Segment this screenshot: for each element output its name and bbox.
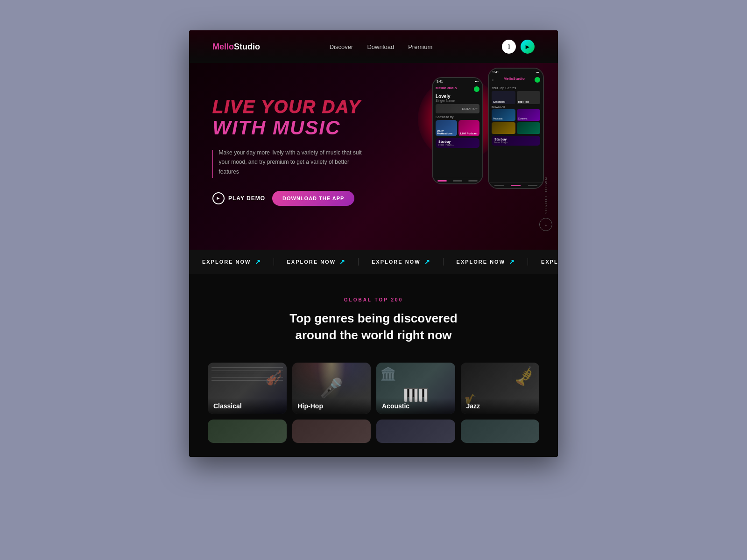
logo-studio: Studio: [234, 42, 260, 51]
genre-name-acoustic: Acoustic: [382, 402, 409, 410]
scroll-down-label: Scroll Down: [544, 176, 548, 214]
download-app-button[interactable]: DOWNLOAD THE APP: [272, 191, 354, 206]
play-demo-label: PLAY DEMO: [228, 195, 265, 202]
hero-title-bottom: WITH MUSIC: [212, 117, 362, 139]
play-demo-icon: ►: [212, 192, 225, 204]
phone-genre-classical: Classical: [492, 91, 515, 104]
explore-item-4[interactable]: EXPLORE NOW ↗: [444, 258, 529, 266]
phone-header-left: MelloStudio: [433, 85, 482, 92]
genre-name-jazz: Jazz: [466, 402, 480, 410]
genre-card-acoustic[interactable]: 🏛️ Acoustic: [376, 363, 455, 414]
explore-item-5[interactable]: EXPLORE NOW ↗: [528, 258, 558, 266]
phone-song-artist: Singer Name: [436, 99, 479, 102]
phone-browse-item4: [517, 122, 541, 134]
phone-nav-home[interactable]: [437, 180, 447, 182]
explore-arrow-1: ↗: [255, 258, 261, 266]
hero-title-top: LIVE YOUR DAY: [212, 98, 362, 117]
section-title-line2: around the world right now: [295, 328, 451, 342]
explore-label-5: EXPLORE NOW: [541, 259, 558, 265]
genre-grid: 🎻 Classical 🎤 Hip-Hop: [208, 363, 539, 414]
explore-arrow-2: ↗: [339, 258, 345, 266]
phone-browse-podcasts-label: Podcasts: [493, 117, 503, 120]
nav-discover[interactable]: Discover: [330, 43, 353, 50]
hero-desc-block: Make your day more lively with a variety…: [212, 148, 362, 178]
phone-nav-library-right[interactable]: [528, 185, 537, 186]
explore-arrow-4: ↗: [509, 258, 514, 266]
explore-label-2: EXPLORE NOW: [287, 259, 336, 265]
genre-card-partial-2[interactable]: [292, 420, 371, 443]
genre-card-hiphop[interactable]: 🎤 Hip-Hop: [292, 363, 371, 414]
phone-top-genres-label: Your Top Genres: [492, 86, 540, 90]
phone-mockup-left: 9:41 ▪▪▪ MelloStudio Lovely Singer Name …: [432, 77, 483, 184]
hero-divider: [212, 150, 213, 178]
hero-content: LIVE YOUR DAY WITH MUSIC Make your day m…: [212, 98, 362, 206]
genre-grid-partial: [208, 420, 539, 443]
play-demo-button[interactable]: ► PLAY DEMO: [212, 192, 265, 204]
google-play-button[interactable]: ►: [521, 40, 535, 54]
explore-item-1[interactable]: EXPLORE NOW ↗: [189, 258, 274, 266]
hero-phones: 9:41 ▪▪▪ MelloStudio Lovely Singer Name …: [432, 68, 544, 184]
phone-screen-right: 9:41 ▪▪▪ ♪ MelloStudio Your Top Genres: [489, 69, 543, 188]
phone-status-dot-right: [535, 77, 540, 83]
apple-store-button[interactable]: : [502, 40, 516, 54]
phone-np-sub-right: Now Plays...: [494, 141, 537, 144]
phone-genres-grid: Classical Hip-Hop: [492, 91, 540, 104]
phone-status-bar-right: 9:41 ▪▪▪: [489, 69, 543, 76]
phone-screen-left: 9:41 ▪▪▪ MelloStudio Lovely Singer Name …: [433, 78, 482, 183]
logo[interactable]: MelloStudio: [212, 42, 260, 52]
phone-grid-daily: Daily Motivations: [436, 120, 457, 136]
genre-card-partial-3[interactable]: [376, 420, 455, 443]
genre-card-classical[interactable]: 🎻 Classical: [208, 363, 287, 414]
phone-genre-classical-label: Classical: [493, 100, 505, 103]
explore-label-4: EXPLORE NOW: [457, 259, 506, 265]
section-title-line1: Top genres being discovered: [289, 311, 457, 325]
genre-name-hiphop: Hip-Hop: [298, 402, 323, 410]
phone-nav-library[interactable]: [468, 180, 478, 182]
phone-shows-label: Shows to try: [436, 115, 479, 119]
phone-content-left: Lovely Singer Name LISTEN PLAY Shows to …: [433, 92, 482, 178]
nav-download[interactable]: Download: [367, 43, 394, 50]
phone-genre-hiphop: Hip-Hop: [517, 91, 541, 104]
phone-brand-right: MelloStudio: [504, 77, 525, 81]
genre-card-jazz[interactable]: 🎺 🎷 Jazz: [461, 363, 540, 414]
logo-mello: Mello: [212, 42, 234, 51]
navbar: MelloStudio Discover Download Premium  …: [189, 30, 558, 63]
phone-browse-label: Browse All: [492, 105, 540, 108]
hero-buttons: ► PLAY DEMO DOWNLOAD THE APP: [212, 191, 362, 206]
genre-overlay-acoustic: Acoustic: [376, 398, 455, 414]
phone-status-icons-left: ▪▪▪: [475, 80, 479, 83]
trumpet-icon: 🎺: [512, 365, 536, 389]
genres-section: GLOBAL TOP 200 Top genres being discover…: [189, 274, 558, 457]
phone-nav-search[interactable]: [453, 180, 462, 182]
explore-item-2[interactable]: EXPLORE NOW ↗: [274, 258, 359, 266]
phone-grid-left: Daily Motivations 1.6M Podcast: [436, 120, 479, 136]
phone-status-bar-left: 9:41 ▪▪▪: [433, 78, 482, 85]
phone-nav-search-right[interactable]: [511, 185, 521, 186]
genre-name-classical: Classical: [213, 402, 242, 410]
page-wrapper: MelloStudio Discover Download Premium  …: [189, 30, 558, 457]
explore-bar: EXPLORE NOW ↗ EXPLORE NOW ↗ EXPLORE NOW …: [189, 250, 558, 274]
explore-item-3[interactable]: EXPLORE NOW ↗: [359, 258, 444, 266]
phone-browse-grid: Podcasts Concerts: [492, 109, 540, 134]
genre-card-partial-1[interactable]: [208, 420, 287, 443]
phone-time-left: 9:41: [437, 80, 443, 83]
phone-nav-home-right[interactable]: [494, 185, 504, 186]
explore-label-3: EXPLORE NOW: [372, 259, 421, 265]
genre-overlay-jazz: Jazz: [461, 398, 540, 414]
phone-status-icons-right: ▪▪▪: [536, 70, 539, 74]
genre-overlay-hiphop: Hip-Hop: [292, 398, 371, 414]
phone-browse-concerts: Concerts: [517, 109, 541, 121]
phone-song-title: Lovely: [436, 94, 479, 99]
explore-label-1: EXPLORE NOW: [202, 259, 251, 265]
phone-content-right: Your Top Genres Classical Hip-Hop Browse…: [489, 83, 543, 182]
nav-icons:  ►: [502, 40, 535, 54]
phone-grid-podcast: 1.6M Podcast: [458, 120, 480, 136]
genre-card-partial-4[interactable]: [461, 420, 540, 443]
phone-bottom-nav-left: [433, 178, 482, 183]
scroll-down-button[interactable]: ↓: [539, 218, 552, 231]
hero-description: Make your day more lively with a variety…: [218, 148, 362, 176]
phone-np-title-right: Starbuy: [494, 138, 537, 141]
phone-time-right: 9:41: [493, 70, 499, 74]
phone-browse-item3: [492, 122, 515, 134]
nav-premium[interactable]: Premium: [408, 43, 432, 50]
